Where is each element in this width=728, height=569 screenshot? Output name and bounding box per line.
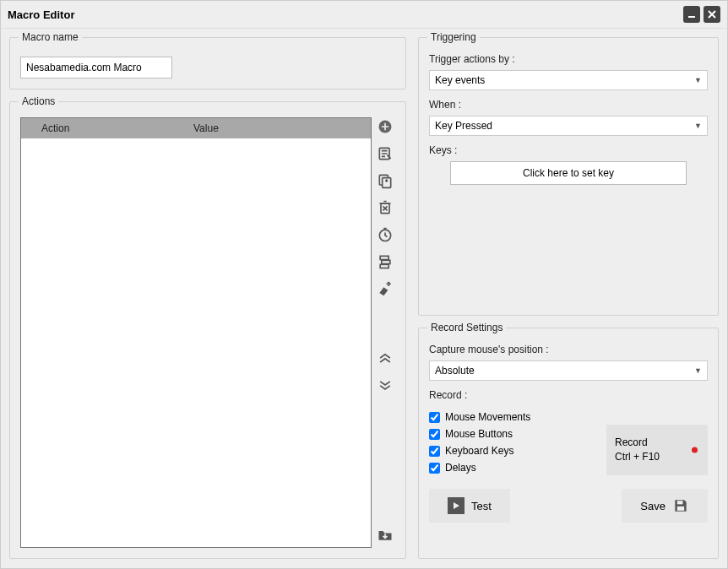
record-button-label: Record [615, 436, 660, 450]
trigger-actions-label: Trigger actions by : [429, 53, 708, 65]
actions-table-body [21, 138, 371, 547]
triggering-group-title: Triggering [427, 31, 480, 43]
actions-group-title: Actions [19, 95, 58, 107]
add-action-icon[interactable] [376, 117, 394, 136]
chk-mouse-buttons-box[interactable] [429, 429, 440, 440]
test-button[interactable]: Test [429, 489, 510, 523]
duplicate-action-icon[interactable] [376, 171, 394, 190]
svg-rect-10 [677, 501, 683, 504]
chk-delays-box[interactable] [429, 463, 440, 474]
when-label: When : [429, 99, 708, 111]
trigger-actions-select[interactable]: Key events ▼ [429, 70, 708, 90]
clear-action-icon[interactable] [376, 279, 394, 298]
play-icon [448, 497, 465, 514]
chk-mouse-buttons-label: Mouse Buttons [445, 428, 513, 440]
capture-position-value: Absolute [435, 365, 475, 377]
chk-keyboard-keys[interactable]: Keyboard Keys [429, 445, 606, 457]
set-key-button[interactable]: Click here to set key [450, 161, 687, 185]
keys-label: Keys : [429, 144, 708, 156]
save-button-label: Save [640, 500, 666, 512]
svg-rect-9 [380, 264, 388, 268]
chk-mouse-movements[interactable]: Mouse Movements [429, 411, 606, 423]
chk-delays[interactable]: Delays [429, 462, 606, 474]
timer-action-icon[interactable] [376, 225, 394, 244]
window-title: Macro Editor [8, 8, 74, 21]
record-settings-group-title: Record Settings [427, 322, 506, 333]
capture-position-select[interactable]: Absolute ▼ [429, 360, 708, 381]
svg-rect-11 [677, 507, 684, 511]
when-value: Key Pressed [435, 120, 492, 132]
record-label: Record : [429, 389, 708, 401]
actions-col-action: Action [21, 122, 173, 134]
actions-col-value: Value [173, 122, 371, 134]
delete-action-icon[interactable] [376, 198, 394, 217]
record-button[interactable]: Record Ctrl + F10 [606, 425, 708, 475]
folder-download-icon[interactable] [376, 526, 394, 545]
svg-rect-0 [688, 16, 695, 18]
stack-action-icon[interactable] [376, 252, 394, 271]
close-button[interactable] [704, 6, 720, 23]
move-up-icon[interactable] [376, 349, 394, 367]
chk-mouse-buttons[interactable]: Mouse Buttons [429, 428, 606, 440]
save-icon [672, 497, 689, 514]
macro-name-group-title: Macro name [19, 31, 82, 43]
record-button-hotkey: Ctrl + F10 [615, 450, 660, 464]
chk-keyboard-keys-label: Keyboard Keys [445, 445, 513, 457]
when-select[interactable]: Key Pressed ▼ [429, 116, 708, 136]
record-dot-icon [692, 447, 698, 453]
chevron-down-icon: ▼ [694, 122, 702, 130]
chevron-down-icon: ▼ [694, 366, 702, 375]
save-button[interactable]: Save [622, 489, 708, 523]
actions-table[interactable]: Action Value [20, 117, 372, 548]
move-down-icon[interactable] [376, 376, 394, 394]
chevron-down-icon: ▼ [694, 76, 702, 84]
svg-rect-7 [380, 256, 388, 259]
capture-position-label: Capture mouse's position : [429, 344, 708, 355]
edit-action-icon[interactable] [376, 144, 394, 163]
trigger-actions-value: Key events [435, 74, 485, 86]
macro-name-input[interactable] [20, 57, 172, 79]
test-button-label: Test [471, 500, 492, 512]
chk-mouse-movements-box[interactable] [429, 412, 440, 423]
chk-keyboard-keys-box[interactable] [429, 446, 440, 457]
minimize-button[interactable] [683, 6, 700, 23]
svg-rect-8 [382, 260, 390, 263]
chk-mouse-movements-label: Mouse Movements [445, 411, 530, 423]
chk-delays-label: Delays [445, 462, 476, 474]
